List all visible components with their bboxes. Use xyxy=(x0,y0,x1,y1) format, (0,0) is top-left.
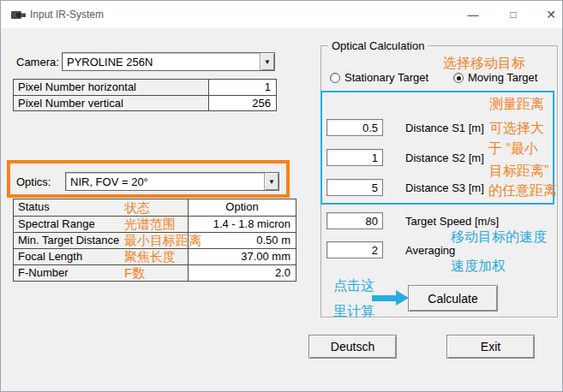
focal-length-value: 37.00 mm xyxy=(188,249,296,264)
exit-button[interactable]: Exit xyxy=(446,335,535,359)
stationary-target-radio[interactable]: Stationary Target xyxy=(330,71,428,84)
select-moving-target-annotation: 选择移动目标 xyxy=(443,55,525,73)
moving-target-label: Moving Target xyxy=(468,71,537,84)
pixel-horizontal-value: 1 xyxy=(208,80,276,95)
target-speed-label: Target Speed [m/s] xyxy=(405,215,499,228)
window-title: Input IR-System xyxy=(30,9,104,21)
arrow-right-icon xyxy=(372,295,397,301)
chevron-down-icon[interactable]: ▼ xyxy=(264,173,279,190)
table-row: Pixel Number vertical 256 xyxy=(14,95,276,110)
distance-annotation-line3: 目标距离” xyxy=(489,163,548,181)
optics-dropdown[interactable]: NIR, FOV = 20° ▼ xyxy=(65,172,279,191)
close-button[interactable]: ✕ xyxy=(537,1,563,28)
radio-circle-icon xyxy=(330,73,340,83)
stationary-target-label: Stationary Target xyxy=(344,71,428,84)
spectral-range-value: 1.4 - 1.8 micron xyxy=(188,217,296,232)
pixel-horizontal-label: Pixel Number horizontal xyxy=(14,80,208,95)
distance-annotation-line1: 可选择大 xyxy=(489,120,544,138)
optics-dropdown-value: NIR, FOV = 20° xyxy=(70,175,148,188)
camera-icon xyxy=(11,9,26,21)
camera-label: Camera: xyxy=(16,56,59,68)
moving-target-radio[interactable]: Moving Target xyxy=(453,71,537,84)
f-number-cn-annotation: F数 xyxy=(124,265,145,282)
input-ir-system-dialog: Input IR-System — □ ✕ Camera: PYROLINE 2… xyxy=(0,0,563,392)
spectral-range-cn-annotation: 光谱范围 xyxy=(124,217,176,233)
table-row: Pixel Number horizontal 1 xyxy=(14,80,276,95)
pixel-vertical-value: 256 xyxy=(208,96,276,110)
arrow-right-icon xyxy=(396,290,409,306)
deutsch-button[interactable]: Deutsch xyxy=(308,335,397,359)
measure-distance-annotation: 测量距离 xyxy=(489,96,544,114)
table-row: Min. Target Distance 最小目标距离 0.50 m xyxy=(14,232,296,248)
minimize-button[interactable]: — xyxy=(459,1,487,28)
maximize-button[interactable]: □ xyxy=(500,1,527,28)
radio-circle-selected-icon xyxy=(453,73,464,83)
speed-weighting-annotation: 速度加权 xyxy=(451,258,506,276)
target-speed-input[interactable] xyxy=(326,212,383,229)
distance-annotation-line4: 的任意距离 xyxy=(488,182,557,200)
focal-length-cn-annotation: 聚焦长度 xyxy=(124,249,176,265)
f-number-label: F-Number xyxy=(14,265,188,281)
calculate-button[interactable]: Calculate xyxy=(408,285,498,312)
pixel-table: Pixel Number horizontal 1 Pixel Number v… xyxy=(13,79,277,111)
min-target-distance-value: 0.50 m xyxy=(188,233,296,248)
f-number-value: 2.0 xyxy=(188,265,296,281)
camera-dropdown[interactable]: PYROLINE 256N ▼ xyxy=(62,52,275,71)
status-table: Status 状态 Option Spectral Range 光谱范围 1.4… xyxy=(13,199,296,282)
camera-dropdown-value: PYROLINE 256N xyxy=(67,56,153,68)
pixel-vertical-label: Pixel Number vertical xyxy=(14,96,208,110)
click-here-annotation-line2: 里计算 xyxy=(333,303,374,321)
click-here-annotation-line1: 点击这 xyxy=(333,277,374,295)
status-value: Option xyxy=(188,199,296,216)
table-row: F-Number F数 2.0 xyxy=(14,264,296,281)
table-row: Focal Length 聚焦长度 37.00 mm xyxy=(14,248,296,264)
status-cn-annotation: 状态 xyxy=(124,199,150,216)
optics-label: Optics: xyxy=(16,175,51,188)
title-bar: Input IR-System — □ ✕ xyxy=(1,1,562,28)
averaging-label: Averaging xyxy=(405,244,455,257)
status-label: Status xyxy=(14,199,188,216)
min-target-distance-cn-annotation: 最小目标距离 xyxy=(124,233,201,249)
table-row: Status 状态 Option xyxy=(14,199,296,216)
chevron-down-icon[interactable]: ▼ xyxy=(260,53,274,70)
distance-annotation-line2: 于 “最小 xyxy=(488,140,538,158)
averaging-input[interactable] xyxy=(326,241,383,258)
moving-speed-annotation: 移动目标的速度 xyxy=(451,229,547,246)
table-row: Spectral Range 光谱范围 1.4 - 1.8 micron xyxy=(14,216,296,232)
groupbox-title: Optical Calculation xyxy=(328,39,428,52)
